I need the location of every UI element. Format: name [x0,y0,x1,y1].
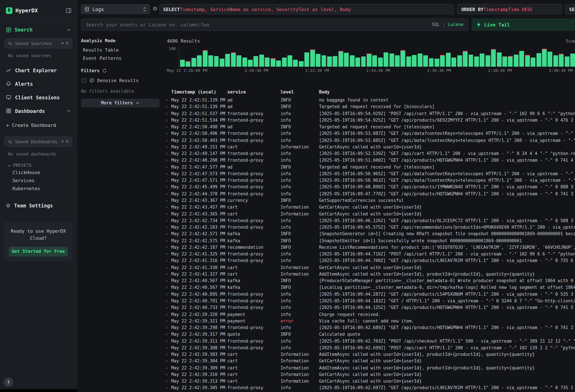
histogram-bar[interactable] [372,55,377,67]
preset-item[interactable]: Services [0,177,77,184]
table-row[interactable]: ›May 22 2:42:41.330 PMcartInformationGet… [166,264,575,271]
histogram-bar[interactable] [276,60,281,67]
table-row[interactable]: ›May 22 2:42:43.365 PMcartInformationGet… [166,210,575,217]
row-expand-chevron-icon[interactable]: › [166,117,171,123]
histogram-bar[interactable] [446,53,451,67]
histogram-bar[interactable] [536,53,541,67]
presets-toggle[interactable]: PRESETS [7,163,77,168]
select-clause-input[interactable]: SELECT Timestamp, ServiceName as service… [159,4,454,14]
denoise-checkbox[interactable] [82,78,87,83]
preset-item[interactable]: Kubernetes [0,185,77,193]
table-row[interactable]: ›May 22 2:42:51.537 PMfrontend-proxyinfo… [166,110,575,117]
table-row[interactable]: ›May 22 2:42:40.733 PMfrontend-proxyinfo… [166,304,575,311]
row-expand-chevron-icon[interactable]: › [166,190,171,197]
histogram-bar[interactable] [440,55,445,67]
search-input[interactable]: Search your events w/ Lucene ex. column:… [81,18,468,31]
histogram-bar[interactable] [525,55,530,67]
histogram-bar[interactable] [208,55,213,67]
row-expand-chevron-icon[interactable]: › [166,164,171,170]
row-expand-chevron-icon[interactable]: › [166,264,171,271]
row-expand-chevron-icon[interactable]: › [166,110,171,117]
histogram-bar[interactable] [344,53,349,67]
histogram-bar[interactable] [429,58,433,67]
table-row[interactable]: ›May 22 2:42:39.310 PMcartInformationGet… [166,371,575,378]
sidebar-item-chart-explorer[interactable]: Chart Explorer [0,63,77,77]
clipped-right-input[interactable]: SE [565,4,575,14]
histogram-bar[interactable] [203,50,207,67]
histogram-bar[interactable] [570,54,575,67]
histogram-bar[interactable] [463,51,468,67]
sidebar-item-dashboards[interactable]: Dashboards [0,104,77,118]
row-expand-chevron-icon[interactable]: › [166,298,171,304]
histogram-bar[interactable] [304,52,309,67]
histogram-bar[interactable] [469,54,473,67]
saved-searches-input[interactable]: Saved Searches ⌘ K [4,39,72,48]
lucene-toggle[interactable]: Lucene [448,22,463,27]
histogram-bar[interactable] [197,55,202,67]
row-expand-chevron-icon[interactable]: › [166,123,171,130]
table-row[interactable]: ›May 22 2:42:51.139 PMadINFOno baggage f… [166,97,575,104]
table-row[interactable]: ›May 22 2:42:39.320 PMpaymentinfoCharge … [166,311,575,318]
histogram-bar[interactable] [497,52,502,67]
chevron-up-icon[interactable] [67,28,71,32]
histogram-bar[interactable] [565,57,569,67]
table-row[interactable]: ›May 22 2:42:39.298 PMfrontend-proxyinfo… [166,324,575,331]
row-expand-chevron-icon[interactable]: › [166,217,171,224]
histogram-bar[interactable] [288,55,292,67]
sidebar-item-client-sessions[interactable]: Client Sessions [0,91,77,104]
row-expand-chevron-icon[interactable]: › [166,244,171,251]
table-row[interactable]: ›May 22 2:42:41.327 PMcartInformationAdd… [166,271,575,277]
histogram-bar[interactable] [259,55,264,67]
logo[interactable]: HyperDX [6,7,38,14]
histogram-bar[interactable] [434,59,439,67]
row-expand-chevron-icon[interactable]: › [166,318,171,324]
column-header-body[interactable]: Body [319,90,575,95]
table-row[interactable]: ›May 22 2:42:39.317 PMquoteINFOCalculate… [166,331,575,338]
histogram-bar[interactable] [406,57,411,67]
histogram-bar[interactable] [192,58,196,67]
histogram-bar[interactable] [180,60,185,67]
table-row[interactable]: ›May 22 2:42:40.895 PMfrontend-proxyinfo… [166,291,575,298]
analysis-mode-option[interactable]: Results Table [83,46,163,54]
table-row[interactable]: ›May 22 2:42:49.151 PMcartInformationGet… [166,143,575,150]
row-expand-chevron-icon[interactable]: › [166,184,171,190]
table-row[interactable]: ›May 22 2:42:40.567 PMkafkaINFO[Producer… [166,277,575,284]
histogram-bar[interactable] [418,54,422,67]
histogram-bar[interactable] [333,56,337,67]
histogram-bar[interactable] [254,56,258,67]
table-row[interactable]: ›May 22 2:42:49.147 PMfrontend-proxyinfo… [166,150,575,157]
row-expand-chevron-icon[interactable]: › [166,157,171,164]
create-dashboard-button[interactable]: + Create Dashboard [0,119,77,131]
table-row[interactable]: ›May 22 2:42:42.183 PMfrontend-proxyinfo… [166,224,575,231]
sidebar-item-team-settings[interactable]: ⚙ Team Settings [0,199,77,212]
table-row[interactable]: ›May 22 2:42:51.534 PMfrontend-proxyinfo… [166,117,575,123]
table-row[interactable]: ›May 22 2:42:40.567 PMkafkaINFO[LocalLog… [166,284,575,291]
histogram-bar[interactable] [389,54,394,67]
row-expand-chevron-icon[interactable]: › [166,324,171,331]
table-row[interactable]: ›May 22 2:42:39.321 PMpaymenterrorVisa c… [166,318,575,324]
row-expand-chevron-icon[interactable]: › [166,130,171,137]
saved-dashboards-input[interactable]: Saved Dashboards ⌘ K [4,137,72,147]
histogram-bar[interactable] [514,54,518,67]
histogram-bar[interactable] [384,52,388,67]
row-expand-chevron-icon[interactable]: › [166,277,171,284]
row-expand-chevron-icon[interactable]: › [166,284,171,291]
row-expand-chevron-icon[interactable]: › [166,197,171,204]
histogram-bar[interactable] [531,57,535,67]
table-row[interactable]: ›May 22 2:42:50.498 PMadINFOTargeted ad … [166,123,575,130]
row-expand-chevron-icon[interactable]: › [166,365,171,371]
row-expand-chevron-icon[interactable]: › [166,143,171,150]
row-expand-chevron-icon[interactable]: › [166,170,171,177]
histogram-bar[interactable] [231,53,236,67]
histogram-bar[interactable] [248,60,253,67]
histogram-bar[interactable] [474,57,479,67]
sidebar-item-search[interactable]: Search [6,27,71,33]
histogram-bar[interactable] [401,50,405,67]
histogram-bar[interactable] [508,56,513,67]
histogram-bar[interactable] [548,51,552,67]
row-expand-chevron-icon[interactable]: › [166,177,171,184]
table-row[interactable]: ›May 22 2:42:41.325 PMfrontend-proxyinfo… [166,251,575,257]
row-expand-chevron-icon[interactable]: › [166,338,171,345]
table-row[interactable]: ›May 22 2:42:39.304 PMcartInformationGet… [166,358,575,365]
row-expand-chevron-icon[interactable]: › [166,291,171,298]
